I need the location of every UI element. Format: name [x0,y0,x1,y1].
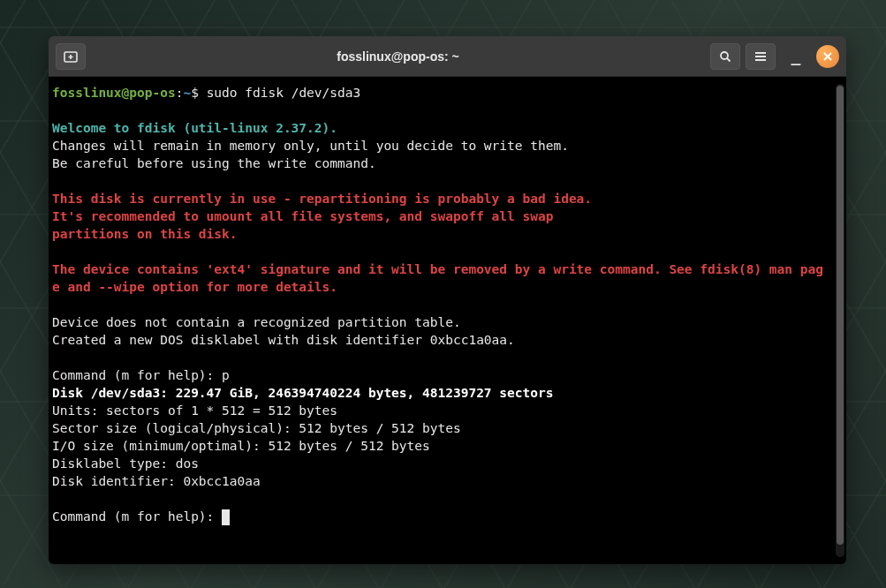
close-button[interactable] [816,45,839,68]
minimize-icon: _ [791,47,801,65]
window-title: fosslinux@pop-os: ~ [91,49,705,64]
minimize-button[interactable]: _ [784,45,807,68]
mem-line2: Be careful before using the write comman… [52,156,376,170]
new-tab-icon [64,50,78,63]
cmd-line2: Command (m for help): [52,509,222,524]
terminal-body[interactable]: fosslinux@pop-os:~$ sudo fdisk /dev/sda3… [49,77,846,564]
disk-bold-line: Disk /dev/sda3: 229.47 GiB, 246394740224… [52,386,553,400]
dident-line: Disk identifier: 0xbcc1a0aa [52,474,261,488]
prompt-command: sudo fdisk /dev/sda3 [207,86,361,100]
scrollbar-thumb[interactable] [837,86,844,545]
sector-line: Sector size (logical/physical): 512 byte… [52,421,461,435]
scrollbar[interactable] [836,84,844,557]
warn-line4: The device contains 'ext4' signature and… [52,262,823,294]
search-button[interactable] [710,43,740,70]
cmd-line1: Command (m for help): p [52,368,230,382]
io-line: I/O size (minimum/optimal): 512 bytes / … [52,439,430,453]
prompt-userhost: fosslinux@pop-os [52,86,176,100]
terminal-window: fosslinux@pop-os: ~ _ [49,36,846,564]
svg-line-4 [727,58,731,62]
terminal-output: fosslinux@pop-os:~$ sudo fdisk /dev/sda3… [52,84,836,557]
search-icon [719,50,731,63]
welcome-line: Welcome to fdisk (util-linux 2.37.2). [52,121,337,135]
mem-line1: Changes will remain in memory only, unti… [52,139,569,153]
hamburger-icon [754,51,767,62]
prompt-path: ~ [183,86,191,100]
prompt-dollar: $ [191,86,206,100]
dtype-line: Disklabel type: dos [52,456,199,471]
units-line: Units: sectors of 1 * 512 = 512 bytes [52,403,337,418]
close-icon [822,51,833,62]
warn-line3: partitions on this disk. [52,227,238,241]
warn-line2: It's recommended to umount all file syst… [52,209,553,223]
new-tab-button[interactable] [56,43,86,70]
titlebar: fosslinux@pop-os: ~ _ [49,36,846,77]
warn-line1: This disk is currently in use - repartit… [52,192,592,206]
cursor [222,509,230,525]
svg-point-3 [721,52,728,59]
dev-line1: Device does not contain a recognized par… [52,315,461,329]
dev-line2: Created a new DOS disklabel with disk id… [52,333,515,347]
menu-button[interactable] [746,43,776,70]
